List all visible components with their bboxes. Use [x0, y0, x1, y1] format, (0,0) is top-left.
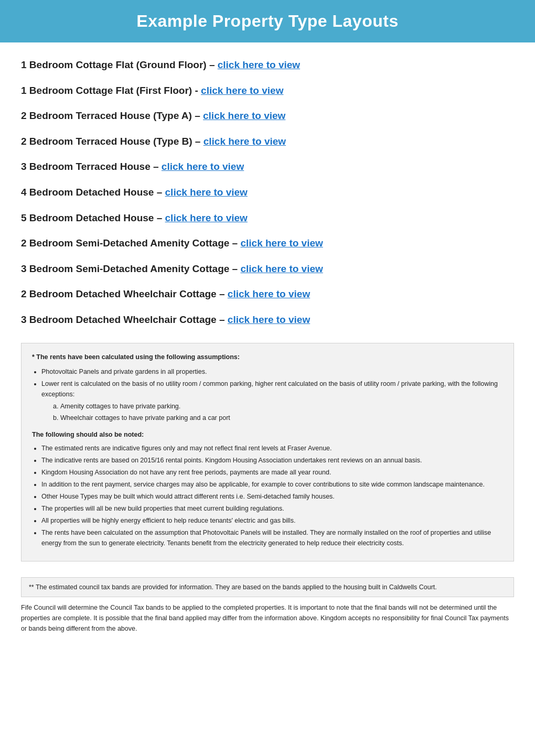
property-item: 1 Bedroom Cottage Flat (First Floor) - c…	[21, 84, 514, 98]
notes-sub-bullet-0: Amenity cottages to have private parking…	[60, 401, 503, 412]
page-header: Example Property Type Layouts	[0, 0, 535, 42]
property-link-2[interactable]: click here to view	[203, 110, 285, 121]
notes-section: * The rents have been calculated using t…	[21, 343, 514, 561]
notes-bullet-1: Lower rent is calculated on the basis of…	[41, 379, 503, 399]
property-link-7[interactable]: click here to view	[240, 237, 323, 249]
property-link-1[interactable]: click here to view	[201, 85, 283, 96]
council-tax-note: ** The estimated council tax bands are p…	[21, 577, 514, 597]
notes-additional-bullet-1: The indicative rents are based on 2015/1…	[41, 455, 503, 466]
notes-sub-heading: The following should also be noted:	[32, 429, 503, 440]
property-item: 3 Bedroom Detached Wheelchair Cottage – …	[21, 313, 514, 327]
property-link-5[interactable]: click here to view	[165, 187, 248, 198]
notes-sub-bullet-1: Wheelchair cottages to have private park…	[60, 413, 503, 423]
notes-bullets: Photovoltaic Panels and private gardens …	[41, 366, 503, 423]
notes-additional-bullet-6: All properties will be highly energy eff…	[41, 515, 503, 526]
notes-bullet-0: Photovoltaic Panels and private gardens …	[41, 366, 503, 377]
property-link-4[interactable]: click here to view	[162, 161, 244, 172]
notes-additional-bullets: The estimated rents are indicative figur…	[41, 443, 503, 548]
notes-additional-bullet-4: Other House Types may be built which wou…	[41, 491, 503, 502]
property-link-8[interactable]: click here to view	[240, 263, 323, 274]
property-link-6[interactable]: click here to view	[165, 212, 248, 223]
property-item: 2 Bedroom Semi-Detached Amenity Cottage …	[21, 236, 514, 251]
property-link-9[interactable]: click here to view	[228, 288, 310, 299]
property-list: 1 Bedroom Cottage Flat (Ground Floor) – …	[21, 58, 514, 327]
notes-additional-bullet-3: In addition to the rent payment, service…	[41, 479, 503, 490]
property-item: 5 Bedroom Detached House – click here to…	[21, 211, 514, 225]
council-tax-paragraph: Fife Council will determine the Council …	[21, 602, 514, 634]
property-link-3[interactable]: click here to view	[204, 136, 286, 147]
property-link-0[interactable]: click here to view	[218, 59, 300, 70]
notes-additional-bullet-0: The estimated rents are indicative figur…	[41, 443, 503, 453]
property-item: 2 Bedroom Terraced House (Type B) – clic…	[21, 135, 514, 149]
property-item: 2 Bedroom Terraced House (Type A) – clic…	[21, 109, 514, 123]
notes-additional-bullet-7: The rents have been calculated on the as…	[41, 527, 503, 548]
council-tax-section: ** The estimated council tax bands are p…	[21, 572, 514, 634]
property-item: 3 Bedroom Terraced House – click here to…	[21, 160, 514, 174]
notes-additional-bullet-2: Kingdom Housing Association do not have …	[41, 467, 503, 478]
page-title: Example Property Type Layouts	[10, 12, 525, 31]
notes-heading: * The rents have been calculated using t…	[32, 352, 503, 362]
notes-additional-bullet-5: The properties will all be new build pro…	[41, 503, 503, 514]
property-item: 2 Bedroom Detached Wheelchair Cottage – …	[21, 287, 514, 301]
property-item: 4 Bedroom Detached House – click here to…	[21, 186, 514, 200]
property-link-10[interactable]: click here to view	[228, 314, 310, 325]
notes-sub-bullets: Amenity cottages to have private parking…	[60, 401, 503, 423]
property-item: 1 Bedroom Cottage Flat (Ground Floor) – …	[21, 58, 514, 72]
property-item: 3 Bedroom Semi-Detached Amenity Cottage …	[21, 262, 514, 276]
